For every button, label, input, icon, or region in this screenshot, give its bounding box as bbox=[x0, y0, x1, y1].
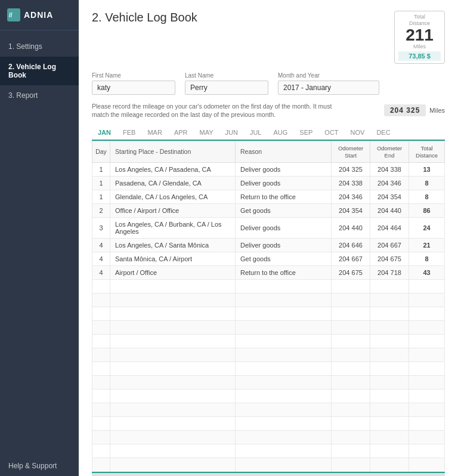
sidebar-item-help[interactable]: Help & Support bbox=[0, 456, 79, 476]
table-empty-row[interactable] bbox=[92, 320, 445, 334]
tab-nov[interactable]: NOV bbox=[345, 125, 371, 141]
table-empty-row[interactable] bbox=[92, 458, 445, 471]
month-year-label: Month and Year bbox=[278, 72, 379, 79]
tab-dec[interactable]: DEC bbox=[370, 125, 396, 141]
tab-oct[interactable]: OCT bbox=[318, 125, 344, 141]
col-header-total-distance: TotalDistance bbox=[409, 141, 445, 162]
table-empty-row[interactable] bbox=[92, 293, 445, 307]
table-empty-row[interactable] bbox=[92, 279, 445, 293]
table-row[interactable]: 3 Los Angeles, CA / Burbank, CA / Los An… bbox=[92, 217, 445, 238]
table-row[interactable]: 1 Glendale, CA / Los Angeles, CA Return … bbox=[92, 190, 445, 203]
first-name-input[interactable] bbox=[92, 81, 175, 95]
cell-odo-start: 204 325 bbox=[332, 162, 370, 176]
cell-day: 4 bbox=[92, 265, 110, 279]
tab-apr[interactable]: APR bbox=[168, 125, 194, 141]
cell-odo-start: 204 675 bbox=[332, 265, 370, 279]
table-row[interactable]: 1 Pasadena, CA / Glendale, CA Deliver go… bbox=[92, 176, 445, 190]
table-row[interactable]: 4 Los Angeles, CA / Santa Mônica Deliver… bbox=[92, 238, 445, 252]
cell-route: Los Angeles, CA / Burbank, CA / Los Ange… bbox=[110, 217, 236, 238]
cell-distance: 13 bbox=[409, 162, 445, 176]
sidebar: // ADNIA 1. Settings 2. Vehicle Log Book… bbox=[0, 0, 79, 476]
col-header-day: Day bbox=[92, 141, 110, 162]
table-empty-row[interactable] bbox=[92, 416, 445, 430]
first-name-group: First Name bbox=[92, 72, 175, 95]
cell-distance: 8 bbox=[409, 190, 445, 203]
tab-jun[interactable]: JUN bbox=[219, 125, 244, 141]
last-name-group: Last Name bbox=[185, 72, 268, 95]
main-content: 2. Vehicle Log Book TotalDistance 211 Mi… bbox=[79, 0, 458, 476]
table-row[interactable]: 4 Airport / Office Return to the office … bbox=[92, 265, 445, 279]
cell-day: 4 bbox=[92, 238, 110, 252]
cell-route: Santa Mônica, CA / Airport bbox=[110, 252, 236, 265]
table-empty-row[interactable] bbox=[92, 444, 445, 458]
cell-odo-end: 204 346 bbox=[370, 176, 409, 190]
cell-odo-end: 204 675 bbox=[370, 252, 409, 265]
cell-reason: Get goods bbox=[236, 203, 332, 217]
header-row: 2. Vehicle Log Book TotalDistance 211 Mi… bbox=[92, 11, 445, 64]
tab-jul[interactable]: JUL bbox=[244, 125, 268, 141]
table-row[interactable]: 4 Santa Mônica, CA / Airport Get goods 2… bbox=[92, 252, 445, 265]
table-empty-row[interactable] bbox=[92, 389, 445, 403]
odometer-top-value: 204 325 bbox=[384, 104, 426, 116]
table-row[interactable]: 2 Office / Airport / Office Get goods 20… bbox=[92, 203, 445, 217]
table-empty-row[interactable] bbox=[92, 430, 445, 444]
odometer-top-info: Please record the mileage on your car's … bbox=[92, 102, 445, 119]
sidebar-nav: 1. Settings 2. Vehicle Log Book 3. Repor… bbox=[0, 36, 79, 106]
cell-distance: 21 bbox=[409, 238, 445, 252]
cell-odo-end: 204 338 bbox=[370, 162, 409, 176]
sidebar-item-report[interactable]: 3. Report bbox=[0, 85, 79, 106]
tab-aug[interactable]: AUG bbox=[267, 125, 293, 141]
month-tabs: JAN FEB MAR APR MAY JUN JUL AUG SEP OCT … bbox=[92, 125, 445, 141]
cell-reason: Deliver goods bbox=[236, 162, 332, 176]
table-empty-row[interactable] bbox=[92, 375, 445, 389]
cell-odo-end: 204 667 bbox=[370, 238, 409, 252]
tab-jan[interactable]: JAN bbox=[92, 125, 117, 141]
odometer-top-text: Please record the mileage on your car's … bbox=[92, 102, 342, 119]
cell-reason: Deliver goods bbox=[236, 217, 332, 238]
month-year-input[interactable] bbox=[278, 81, 379, 95]
cell-route: Glendale, CA / Los Angeles, CA bbox=[110, 190, 236, 203]
table-empty-row[interactable] bbox=[92, 403, 445, 416]
tab-may[interactable]: MAY bbox=[194, 125, 219, 141]
cell-day: 4 bbox=[92, 252, 110, 265]
log-table: Day Starting Place - Destination Reason … bbox=[92, 141, 445, 472]
page-title: 2. Vehicle Log Book bbox=[92, 11, 197, 24]
cell-odo-end: 204 718 bbox=[370, 265, 409, 279]
form-row: First Name Last Name Month and Year bbox=[92, 72, 445, 95]
odometer-top-unit: Miles bbox=[429, 107, 445, 114]
col-header-reason: Reason bbox=[236, 141, 332, 162]
tab-feb[interactable]: FEB bbox=[117, 125, 141, 141]
cell-reason: Return to the office bbox=[236, 265, 332, 279]
last-name-input[interactable] bbox=[185, 81, 268, 95]
cell-route: Los Angeles, CA / Pasadena, CA bbox=[110, 162, 236, 176]
odometer-top-value-box: 204 325 Miles bbox=[384, 104, 445, 116]
first-name-label: First Name bbox=[92, 72, 175, 79]
cell-day: 2 bbox=[92, 203, 110, 217]
table-row[interactable]: 1 Los Angeles, CA / Pasadena, CA Deliver… bbox=[92, 162, 445, 176]
cell-odo-end: 204 354 bbox=[370, 190, 409, 203]
month-year-group: Month and Year bbox=[278, 72, 379, 95]
cell-odo-start: 204 354 bbox=[332, 203, 370, 217]
col-header-route: Starting Place - Destination bbox=[110, 141, 236, 162]
table-empty-row[interactable] bbox=[92, 361, 445, 375]
cell-distance: 86 bbox=[409, 203, 445, 217]
sidebar-item-vehicle-log-book[interactable]: 2. Vehicle Log Book bbox=[0, 57, 79, 85]
sidebar-item-settings[interactable]: 1. Settings bbox=[0, 36, 79, 57]
col-header-odo-end: OdometerEnd bbox=[370, 141, 409, 162]
cell-odo-start: 204 346 bbox=[332, 190, 370, 203]
cell-distance: 8 bbox=[409, 176, 445, 190]
tab-sep[interactable]: SEP bbox=[293, 125, 318, 141]
tab-mar[interactable]: MAR bbox=[141, 125, 168, 141]
table-empty-row[interactable] bbox=[92, 348, 445, 361]
cell-odo-start: 204 646 bbox=[332, 238, 370, 252]
badge-unit: Miles bbox=[398, 44, 441, 50]
cell-route: Airport / Office bbox=[110, 265, 236, 279]
cell-day: 1 bbox=[92, 162, 110, 176]
cell-odo-start: 204 338 bbox=[332, 176, 370, 190]
cell-route: Pasadena, CA / Glendale, CA bbox=[110, 176, 236, 190]
cell-odo-start: 204 440 bbox=[332, 217, 370, 238]
cell-reason: Deliver goods bbox=[236, 176, 332, 190]
cell-route: Office / Airport / Office bbox=[110, 203, 236, 217]
table-empty-row[interactable] bbox=[92, 334, 445, 348]
table-empty-row[interactable] bbox=[92, 307, 445, 320]
